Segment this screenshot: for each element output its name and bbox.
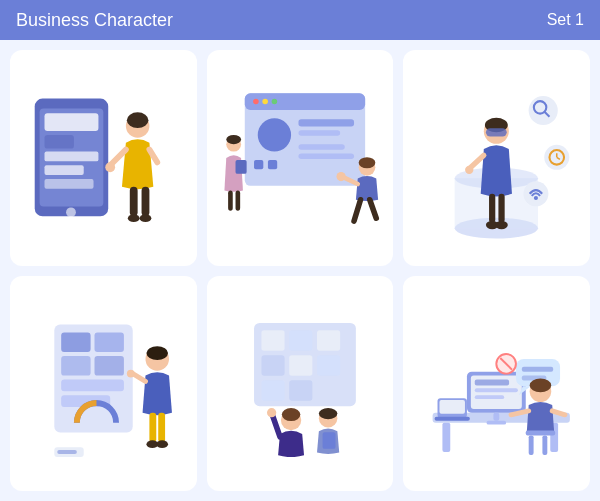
svg-point-7 <box>66 208 76 218</box>
svg-point-16 <box>140 215 152 223</box>
svg-rect-62 <box>61 332 90 352</box>
svg-rect-81 <box>317 330 340 350</box>
svg-rect-27 <box>298 144 344 150</box>
svg-rect-84 <box>317 355 340 375</box>
svg-line-46 <box>471 156 485 169</box>
svg-point-56 <box>534 196 538 200</box>
svg-point-37 <box>336 172 345 181</box>
svg-rect-85 <box>261 380 284 400</box>
svg-point-22 <box>257 118 290 151</box>
svg-point-60 <box>496 221 509 229</box>
scene-web-profile <box>207 50 394 266</box>
svg-rect-57 <box>489 194 495 223</box>
svg-rect-66 <box>61 379 124 391</box>
svg-point-12 <box>105 163 115 173</box>
svg-point-90 <box>267 408 276 417</box>
svg-point-88 <box>281 408 300 421</box>
svg-point-15 <box>128 215 140 223</box>
svg-point-21 <box>271 98 277 104</box>
svg-rect-13 <box>130 187 138 216</box>
svg-rect-45 <box>486 129 507 137</box>
svg-rect-23 <box>298 119 354 126</box>
svg-rect-6 <box>45 179 94 189</box>
svg-rect-80 <box>289 330 312 350</box>
svg-rect-2 <box>45 114 99 132</box>
svg-point-116 <box>530 378 552 392</box>
illustration-grid <box>0 40 600 501</box>
svg-point-9 <box>127 113 149 129</box>
svg-point-35 <box>358 157 375 168</box>
svg-line-39 <box>369 199 375 218</box>
svg-rect-26 <box>268 160 277 169</box>
svg-rect-120 <box>529 435 534 455</box>
svg-rect-33 <box>235 190 240 210</box>
svg-rect-77 <box>57 450 77 454</box>
svg-rect-107 <box>440 400 465 414</box>
svg-rect-64 <box>61 356 90 376</box>
scene-desk <box>403 276 590 492</box>
svg-point-48 <box>529 96 558 125</box>
svg-rect-28 <box>298 153 354 159</box>
svg-rect-105 <box>487 420 507 424</box>
svg-rect-104 <box>494 413 500 421</box>
scene-mobile-app <box>10 50 197 266</box>
svg-rect-82 <box>261 355 284 375</box>
svg-rect-102 <box>475 388 518 392</box>
svg-point-69 <box>146 346 168 360</box>
svg-rect-25 <box>254 160 263 169</box>
svg-line-10 <box>110 150 126 166</box>
svg-rect-65 <box>95 356 124 376</box>
svg-rect-3 <box>45 135 74 149</box>
scene-dashboard <box>10 276 197 492</box>
svg-rect-58 <box>499 194 505 223</box>
svg-point-71 <box>127 370 135 378</box>
page-title: Business Character <box>16 10 173 31</box>
svg-line-70 <box>133 373 146 381</box>
svg-line-89 <box>272 416 279 437</box>
svg-rect-24 <box>298 130 340 136</box>
svg-rect-97 <box>443 422 451 451</box>
svg-rect-73 <box>158 413 165 442</box>
svg-rect-121 <box>543 435 548 455</box>
svg-rect-108 <box>435 417 470 421</box>
svg-rect-93 <box>322 432 335 449</box>
svg-rect-103 <box>475 395 504 399</box>
svg-rect-31 <box>235 160 246 174</box>
page-header: Business Character Set 1 <box>0 0 600 40</box>
svg-point-20 <box>262 98 268 104</box>
svg-rect-32 <box>228 190 233 210</box>
svg-line-38 <box>354 199 360 220</box>
svg-rect-86 <box>289 380 312 400</box>
svg-rect-101 <box>475 379 509 385</box>
svg-rect-63 <box>95 332 124 352</box>
svg-rect-5 <box>45 166 84 176</box>
svg-point-19 <box>253 98 259 104</box>
svg-rect-83 <box>289 355 312 375</box>
scene-vr <box>403 50 590 266</box>
svg-point-75 <box>156 440 168 448</box>
svg-rect-119 <box>526 430 555 435</box>
svg-rect-111 <box>522 367 553 372</box>
set-label: Set 1 <box>547 11 584 29</box>
svg-rect-72 <box>149 413 156 442</box>
svg-rect-4 <box>45 152 99 162</box>
svg-point-30 <box>226 135 241 144</box>
scene-kanban <box>207 276 394 492</box>
svg-point-92 <box>319 408 338 419</box>
svg-rect-14 <box>142 187 150 216</box>
svg-rect-79 <box>261 330 284 350</box>
svg-point-47 <box>465 166 473 174</box>
